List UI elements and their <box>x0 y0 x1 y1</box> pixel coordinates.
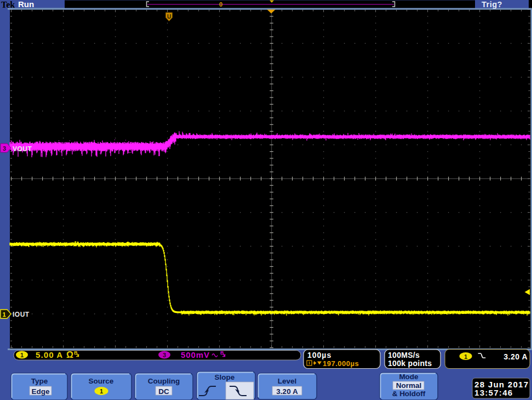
svg-text:197.000µs: 197.000µs <box>323 359 359 368</box>
svg-text:DC: DC <box>158 387 169 396</box>
svg-text:500mV: 500mV <box>181 350 210 359</box>
svg-text:& Holdoff: & Holdoff <box>392 390 426 398</box>
svg-text:Ω: Ω <box>66 350 73 359</box>
svg-text:Edge: Edge <box>31 387 49 396</box>
svg-text:VOUT: VOUT <box>13 145 32 153</box>
svg-text:Coupling: Coupling <box>148 377 180 385</box>
svg-text:0: 0 <box>219 1 222 8</box>
svg-text:1: 1 <box>100 388 103 395</box>
svg-text:Type: Type <box>31 377 48 385</box>
svg-text:3.20 A: 3.20 A <box>504 352 528 361</box>
svg-text:100µs: 100µs <box>307 351 331 359</box>
svg-text:Level: Level <box>278 377 297 385</box>
svg-text:5.00 A: 5.00 A <box>36 350 63 359</box>
svg-text:Normal: Normal <box>396 381 422 390</box>
svg-text:Tek: Tek <box>1 0 15 9</box>
svg-text:IOUT: IOUT <box>13 311 30 318</box>
svg-text:13:57:46: 13:57:46 <box>474 388 513 397</box>
svg-text:Slope: Slope <box>215 373 235 381</box>
svg-text:3: 3 <box>163 352 166 358</box>
svg-text:Source: Source <box>89 377 114 385</box>
svg-text:Run: Run <box>18 0 34 9</box>
svg-text:100MS/s: 100MS/s <box>388 351 420 359</box>
svg-text:Trig?: Trig? <box>482 0 502 9</box>
svg-text:100k points: 100k points <box>388 359 432 368</box>
svg-text:U: U <box>167 14 171 20</box>
svg-text:3.20 A: 3.20 A <box>276 387 298 396</box>
svg-text:3: 3 <box>3 145 6 152</box>
svg-text:1: 1 <box>20 352 24 358</box>
svg-text:Mode: Mode <box>399 373 419 381</box>
svg-text:1: 1 <box>464 353 467 360</box>
svg-text:1: 1 <box>2 311 5 318</box>
